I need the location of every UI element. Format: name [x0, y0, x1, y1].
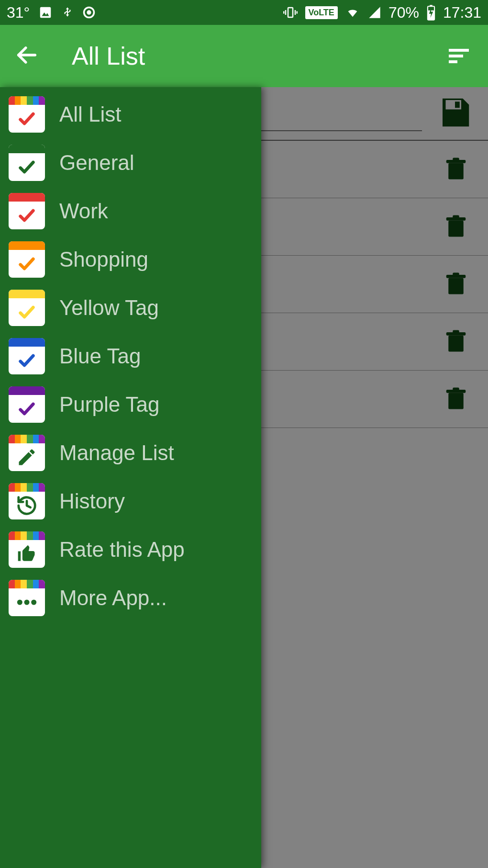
svg-marker-9 [369, 7, 380, 18]
drawer-item-manage-list[interactable]: Manage List [0, 428, 261, 477]
back-button[interactable] [14, 43, 43, 69]
status-temperature: 31° [7, 4, 30, 22]
drawer-item-work[interactable]: Work [0, 187, 261, 235]
drawer-item-rate-this-app[interactable]: Rate this App [0, 525, 261, 574]
drawer-item-shopping[interactable]: Shopping [0, 235, 261, 283]
drawer-item-blue-tag[interactable]: Blue Tag [0, 332, 261, 380]
drawer-item-label: All List [59, 102, 122, 126]
svg-point-36 [24, 599, 30, 605]
drawer-item-label: History [59, 489, 125, 513]
circle-icon [82, 6, 96, 19]
drawer-item-label: Blue Tag [59, 344, 141, 368]
drawer-item-history[interactable]: History [0, 477, 261, 525]
drawer-item-label: Shopping [59, 248, 148, 271]
status-battery-pct: 70% [388, 4, 419, 22]
check-icon [9, 338, 45, 374]
drawer-item-yellow-tag[interactable]: Yellow Tag [0, 283, 261, 332]
check-icon [9, 290, 45, 326]
battery-charging-icon [426, 4, 436, 21]
drawer-item-all-list[interactable]: All List [0, 90, 261, 138]
drawer-item-label: Manage List [59, 441, 174, 465]
drawer-item-label: Purple Tag [59, 393, 160, 417]
wifi-icon [344, 6, 361, 19]
signal-icon [367, 6, 382, 19]
app-bar: All List [0, 25, 488, 87]
drawer-item-purple-tag[interactable]: Purple Tag [0, 380, 261, 428]
image-icon [38, 5, 53, 20]
sort-button[interactable] [440, 45, 474, 68]
check-icon [9, 96, 45, 133]
drawer-item-more-app[interactable]: More App... [0, 574, 261, 622]
svg-rect-0 [40, 7, 51, 18]
navigation-drawer: All ListGeneralWorkShoppingYellow TagBlu… [0, 87, 261, 868]
drawer-item-label: More App... [59, 586, 167, 610]
svg-rect-4 [288, 8, 293, 17]
drawer-item-label: Yellow Tag [59, 296, 159, 320]
status-time: 17:31 [443, 4, 481, 22]
svg-point-37 [31, 599, 36, 605]
check-icon [9, 241, 45, 278]
svg-point-3 [87, 10, 91, 14]
check-icon [9, 145, 45, 181]
dots-icon [9, 580, 45, 616]
page-title: All List [72, 42, 440, 70]
drawer-item-label: General [59, 151, 134, 175]
vibrate-icon [282, 5, 299, 20]
svg-point-35 [17, 599, 22, 605]
usb-icon [61, 4, 74, 21]
check-icon [9, 386, 45, 423]
drawer-item-label: Rate this App [59, 538, 185, 562]
volte-badge: VoLTE [305, 6, 338, 19]
history-icon [9, 483, 45, 519]
pencil-icon [9, 435, 45, 471]
status-bar: 31° VoLTE 70% 17:31 [0, 0, 488, 25]
check-icon [9, 193, 45, 229]
thumbs-up-icon [9, 531, 45, 568]
drawer-item-general[interactable]: General [0, 138, 261, 187]
drawer-item-label: Work [59, 199, 108, 223]
svg-rect-11 [430, 5, 433, 6]
